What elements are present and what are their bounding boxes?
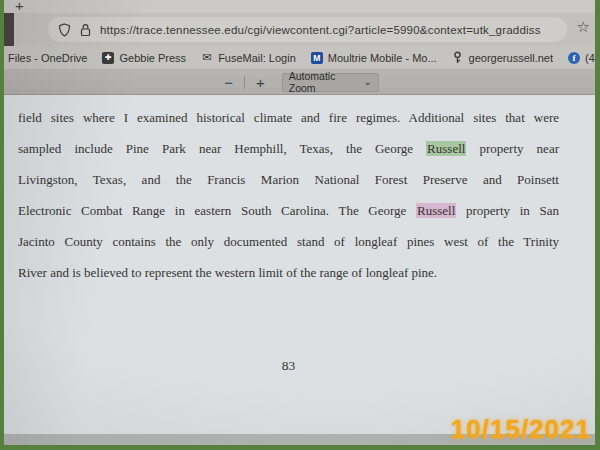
bookmark-moultrie-mobile[interactable]: M Moultrie Mobile - Mo... bbox=[311, 52, 437, 64]
toolbar-divider bbox=[244, 76, 245, 89]
document-line: Livingston, Texas, and the Francis Mario… bbox=[18, 164, 559, 195]
text-segment: property in San bbox=[456, 203, 559, 218]
browser-window: + https://trace.tennessee.edu/cgi/viewco… bbox=[4, 0, 595, 445]
document-line: sampled include Pine Park near Hemphill,… bbox=[18, 133, 559, 164]
bookmark-gebbie-press[interactable]: ✚ Gebbie Press bbox=[102, 52, 186, 64]
text-segment: Electronic Combat Range in eastern South… bbox=[18, 203, 416, 218]
bookmark-label: Gebbie Press bbox=[119, 52, 186, 64]
url-bar[interactable]: https://trace.tennessee.edu/cgi/viewcont… bbox=[48, 17, 567, 42]
zoom-level-value: Automatic Zoom bbox=[289, 70, 360, 94]
bookmark-label: (4) Appraisal District C... bbox=[585, 52, 595, 64]
page-number: 83 bbox=[18, 350, 559, 381]
shield-icon[interactable] bbox=[58, 23, 71, 37]
bookmark-label: Moultrie Mobile - Mo... bbox=[328, 52, 437, 64]
facebook-icon: f bbox=[568, 52, 580, 64]
bookmark-label: georgerussell.net bbox=[469, 52, 553, 64]
pdf-page: field sites where I examined historical … bbox=[4, 95, 595, 445]
text-segment: sampled include Pine Park near Hemphill,… bbox=[18, 141, 426, 156]
document-line: Electronic Combat Range in eastern South… bbox=[18, 195, 559, 226]
highlighted-term-green: Russell bbox=[426, 141, 466, 156]
bookmark-appraisal-district[interactable]: f (4) Appraisal District C... bbox=[568, 52, 595, 64]
bookmark-fusemail[interactable]: ✉ FuseMail: Login bbox=[201, 52, 296, 64]
zoom-in-button[interactable]: + bbox=[252, 75, 269, 90]
gebbie-press-icon: ✚ bbox=[102, 52, 114, 64]
document-line: River and is believed to represent the w… bbox=[18, 257, 559, 288]
document-line: field sites where I examined historical … bbox=[18, 102, 559, 133]
envelope-icon: ✉ bbox=[201, 52, 213, 64]
highlighted-term-pink: Russell bbox=[416, 203, 456, 218]
navigation-bar: https://trace.tennessee.edu/cgi/viewcont… bbox=[4, 13, 595, 46]
camera-date-stamp: 10/15/2021 bbox=[451, 414, 591, 445]
m-square-icon: M bbox=[311, 52, 323, 64]
text-segment: property near bbox=[466, 141, 559, 156]
bookmarks-bar: Files - OneDrive ✚ Gebbie Press ✉ FuseMa… bbox=[4, 46, 595, 70]
bookmark-label: Files - OneDrive bbox=[8, 52, 87, 64]
tab-strip: + bbox=[4, 0, 595, 13]
bookmark-label: FuseMail: Login bbox=[218, 52, 296, 64]
bookmark-georgerussell[interactable]: georgerussell.net bbox=[452, 52, 553, 64]
window-edge bbox=[4, 13, 14, 46]
chevron-down-icon: ⌄ bbox=[363, 77, 371, 87]
lock-icon[interactable] bbox=[80, 23, 91, 37]
new-tab-button[interactable]: + bbox=[15, 0, 24, 13]
url-text[interactable]: https://trace.tennessee.edu/cgi/viewcont… bbox=[100, 24, 541, 36]
pdf-toolbar: − + Automatic Zoom ⌄ bbox=[4, 70, 595, 95]
bookmark-files-onedrive[interactable]: Files - OneDrive bbox=[8, 52, 87, 64]
document-line: Jacinto County contains the only documen… bbox=[18, 226, 559, 257]
bookmark-star-icon[interactable]: ☆ bbox=[577, 19, 590, 34]
zoom-out-button[interactable]: − bbox=[220, 75, 237, 90]
zoom-level-select[interactable]: Automatic Zoom ⌄ bbox=[282, 73, 379, 92]
key-icon bbox=[452, 52, 464, 64]
